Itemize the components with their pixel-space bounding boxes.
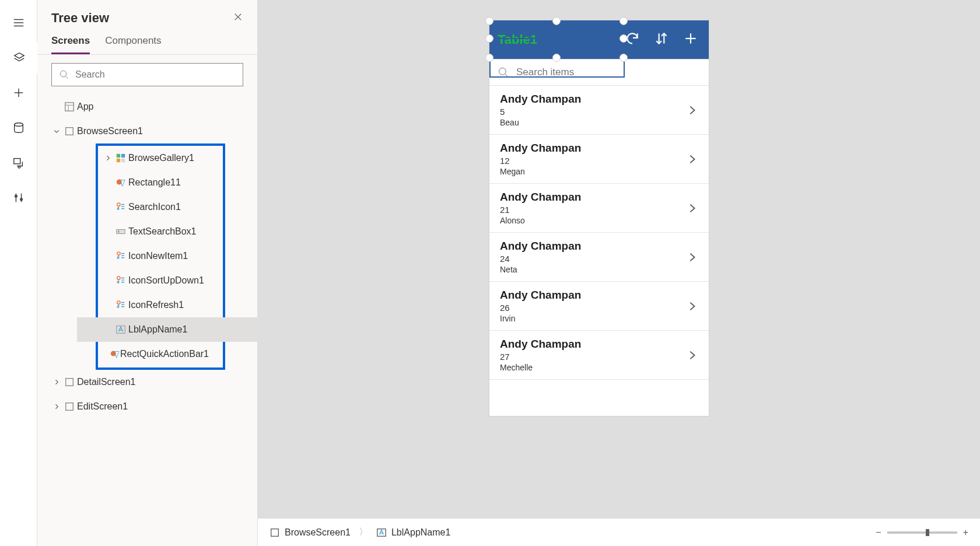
selection-handle[interactable]: [485, 34, 494, 43]
list-item-title: Andy Champan: [500, 289, 581, 302]
close-icon: [233, 12, 243, 22]
tree-label: IconNewItem1: [128, 251, 209, 261]
treeview-rail-button[interactable]: [0, 42, 37, 74]
list-item-title: Andy Champan: [500, 142, 581, 155]
svg-point-8: [18, 166, 20, 169]
svg-rect-28: [117, 229, 125, 233]
chevron-right-icon: [685, 153, 698, 166]
svg-point-6: [14, 123, 23, 127]
list-item[interactable]: Andy Champan24Neta: [489, 233, 709, 282]
selection-handle[interactable]: [620, 17, 628, 25]
chevron-down-icon: [51, 128, 62, 135]
app-icon: [62, 102, 77, 112]
tree-node-detailscreen[interactable]: DetailScreen1: [37, 370, 257, 394]
list-item[interactable]: Andy Champan27Mechelle: [489, 331, 709, 380]
chevron-right-icon: [103, 155, 113, 162]
preview-list: Andy Champan5BeauAndy Champan12MeganAndy…: [489, 86, 709, 380]
label-icon: [113, 324, 128, 335]
selection-handle[interactable]: [620, 54, 628, 62]
chevron-right-icon: [685, 349, 698, 362]
tree-label: SearchIcon1: [128, 202, 209, 212]
zoom-slider[interactable]: [887, 531, 957, 534]
preview-appbar: Table1: [489, 20, 709, 59]
tree-node-editscreen[interactable]: EditScreen1: [37, 394, 257, 419]
treeview-close-button[interactable]: [233, 10, 243, 26]
tree-node-iconnewitem1[interactable]: IconNewItem1: [98, 244, 223, 268]
tree-node-browsescreen[interactable]: BrowseScreen1: [37, 119, 257, 144]
media-rail-button[interactable]: [0, 147, 37, 178]
selection-handle[interactable]: [552, 54, 561, 62]
svg-line-16: [65, 76, 68, 79]
breadcrumb-control[interactable]: LblAppName1: [376, 527, 450, 538]
list-item[interactable]: Andy Champan26Irvin: [489, 282, 709, 331]
selection-handle[interactable]: [485, 17, 494, 25]
tree-label: BrowseScreen1: [77, 126, 243, 136]
preview-search-input[interactable]: [516, 66, 701, 78]
tree-node-browsegallery[interactable]: BrowseGallery1: [98, 146, 223, 170]
list-item[interactable]: Andy Champan5Beau: [489, 86, 709, 135]
zoom-thumb[interactable]: [926, 529, 929, 536]
treeview-search[interactable]: [51, 63, 243, 86]
list-item-title: Andy Champan: [500, 240, 581, 253]
tree-label: IconRefresh1: [128, 300, 209, 310]
chevron-right-icon: [685, 251, 698, 264]
database-icon: [12, 121, 25, 134]
svg-marker-3: [14, 53, 24, 58]
zoom-control[interactable]: − +: [876, 527, 968, 538]
chevron-right-icon: [685, 300, 698, 313]
svg-rect-21: [117, 154, 120, 158]
breadcrumb-bar: BrowseScreen1 〉 LblAppName1 − +: [258, 518, 980, 546]
sort-button[interactable]: [654, 31, 669, 48]
preview-search[interactable]: [489, 59, 709, 86]
tree-node-textsearchbox1[interactable]: TextSearchBox1: [98, 219, 223, 244]
settings-rail-button[interactable]: [0, 182, 37, 214]
breadcrumb-label: LblAppName1: [391, 527, 450, 538]
zoom-out-button[interactable]: −: [876, 527, 881, 538]
list-item[interactable]: Andy Champan21Alonso: [489, 184, 709, 233]
selection-handle[interactable]: [485, 54, 494, 62]
hamburger-icon: [12, 16, 25, 29]
list-item-sub: Neta: [500, 265, 581, 274]
icons-icon: [113, 300, 128, 310]
textinput-icon: [113, 226, 128, 237]
tree-node-rectquickactionbar1[interactable]: RectQuickActionBar1: [98, 342, 223, 366]
hamburger-button[interactable]: [0, 7, 37, 38]
treeview-search-input[interactable]: [75, 69, 236, 80]
svg-rect-39: [66, 403, 74, 411]
list-item[interactable]: Andy Champan12Megan: [489, 135, 709, 184]
tree-node-app[interactable]: App: [37, 94, 257, 119]
breadcrumb-label: BrowseScreen1: [285, 527, 351, 538]
layers-icon: [13, 51, 26, 64]
tree-node-iconrefresh1[interactable]: IconRefresh1: [98, 293, 223, 317]
selection-handle[interactable]: [552, 17, 561, 25]
chevron-right-icon: [51, 403, 62, 410]
treeview-panel: Tree view Screens Components App BrowseS…: [37, 0, 258, 546]
svg-rect-22: [121, 154, 125, 158]
selection-handle[interactable]: [620, 34, 628, 43]
chevron-right-icon: [51, 379, 62, 386]
insert-rail-button[interactable]: [0, 77, 37, 108]
tab-components[interactable]: Components: [105, 32, 161, 54]
list-item-number: 5: [500, 107, 581, 117]
tree-label: DetailScreen1: [77, 377, 243, 387]
breadcrumb-sep-icon: 〉: [359, 526, 368, 538]
add-button[interactable]: [683, 31, 698, 48]
list-item-number: 12: [500, 156, 581, 166]
list-item-title: Andy Champan: [500, 191, 581, 204]
svg-rect-17: [65, 103, 74, 111]
list-item-title: Andy Champan: [500, 93, 581, 106]
data-rail-button[interactable]: [0, 112, 37, 144]
canvas[interactable]: Table1 Andy Champan5BeauAndy Champan12Me…: [258, 0, 980, 518]
breadcrumb-screen[interactable]: BrowseScreen1: [270, 527, 351, 538]
tree-node-rectangle11[interactable]: Rectangle11: [98, 170, 223, 195]
icons-icon: [113, 251, 128, 261]
tree-node-searchicon1[interactable]: SearchIcon1: [98, 195, 223, 219]
media-icon: [12, 156, 25, 169]
zoom-in-button[interactable]: +: [963, 527, 968, 538]
tree-label: TextSearchBox1: [128, 226, 209, 237]
list-item-sub: Beau: [500, 118, 581, 127]
label-icon: [376, 527, 387, 538]
tree-node-iconsortupdown1[interactable]: IconSortUpDown1: [98, 268, 223, 293]
tab-screens[interactable]: Screens: [51, 32, 90, 54]
tree-label: LblAppName1: [128, 324, 268, 335]
